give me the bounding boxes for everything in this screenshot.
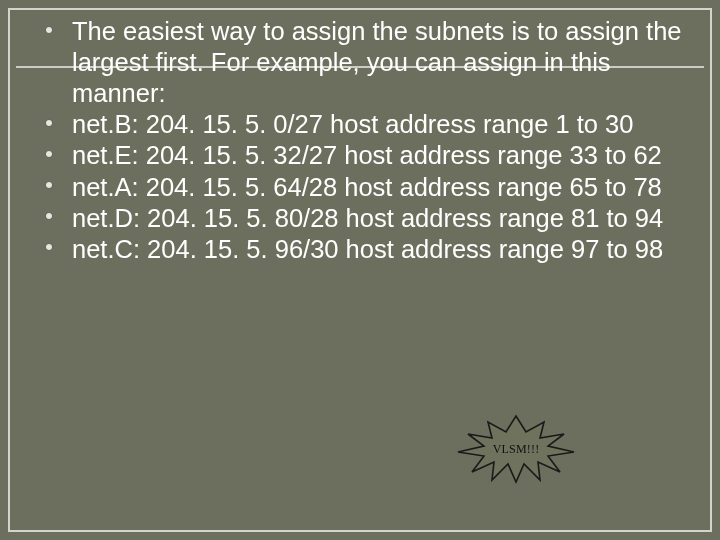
list-item-text: net.A: 204. 15. 5. 64/28 host address ra… <box>72 173 662 201</box>
starburst-callout: VLSM!!! <box>454 414 578 484</box>
list-item: net.C: 204. 15. 5. 96/30 host address ra… <box>40 234 690 265</box>
bullet-icon <box>46 27 52 33</box>
bullet-icon <box>46 182 52 188</box>
bullet-icon <box>46 213 52 219</box>
list-item: net.A: 204. 15. 5. 64/28 host address ra… <box>40 172 690 203</box>
starburst-label: VLSM!!! <box>454 414 578 484</box>
list-item-text: net.C: 204. 15. 5. 96/30 host address ra… <box>72 235 663 263</box>
bullet-icon <box>46 244 52 250</box>
list-item-text: net.B: 204. 15. 5. 0/27 host address ran… <box>72 110 633 138</box>
bullet-icon <box>46 151 52 157</box>
list-item-text: The easiest way to assign the subnets is… <box>72 17 682 107</box>
list-item-text: net.E: 204. 15. 5. 32/27 host address ra… <box>72 141 662 169</box>
svg-marker-0 <box>458 416 574 482</box>
list-item: The easiest way to assign the subnets is… <box>40 16 690 109</box>
starburst-icon <box>454 414 578 484</box>
bullet-icon <box>46 120 52 126</box>
list-item: net.D: 204. 15. 5. 80/28 host address ra… <box>40 203 690 234</box>
list-item: net.B: 204. 15. 5. 0/27 host address ran… <box>40 109 690 140</box>
slide-frame: The easiest way to assign the subnets is… <box>8 8 712 532</box>
bullet-list: The easiest way to assign the subnets is… <box>40 16 690 265</box>
list-item: net.E: 204. 15. 5. 32/27 host address ra… <box>40 140 690 171</box>
list-item-text: net.D: 204. 15. 5. 80/28 host address ra… <box>72 204 663 232</box>
